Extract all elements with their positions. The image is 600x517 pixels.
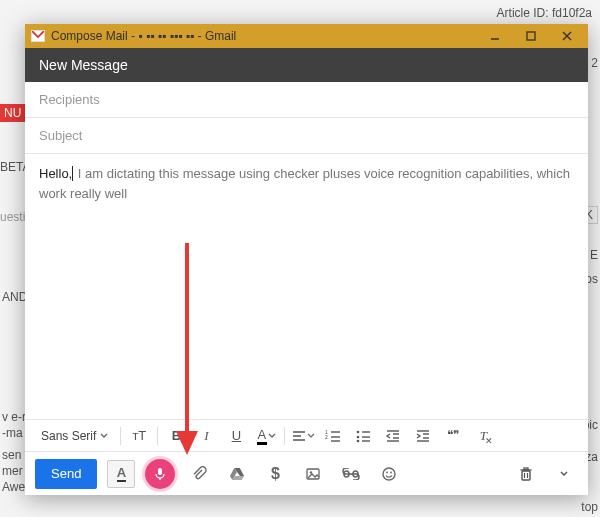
bg-sen: sen bbox=[2, 448, 21, 462]
italic-button[interactable]: I bbox=[194, 424, 218, 448]
chevron-down-icon bbox=[100, 429, 108, 443]
svg-point-14 bbox=[357, 439, 360, 442]
bg-top: top bbox=[581, 500, 598, 514]
bg-ma: -ma bbox=[2, 426, 23, 440]
formatting-toolbar: Sans Serif тT B I U A 12 bbox=[25, 419, 588, 451]
svg-rect-39 bbox=[522, 471, 530, 480]
compose-body[interactable]: Hello, I am dictating this message using… bbox=[25, 154, 588, 419]
svg-rect-1 bbox=[527, 32, 535, 40]
recipients-input[interactable] bbox=[39, 92, 574, 107]
attach-file-button[interactable] bbox=[185, 460, 213, 488]
svg-point-37 bbox=[386, 471, 388, 473]
quote-button[interactable]: ❝❞ bbox=[441, 424, 465, 448]
font-size-picker[interactable]: тT bbox=[127, 424, 151, 448]
svg-rect-41 bbox=[524, 468, 528, 470]
microphone-button[interactable] bbox=[145, 459, 175, 489]
body-dictated-text: I am dictating this message using checke… bbox=[39, 166, 570, 201]
recipients-row[interactable] bbox=[25, 82, 588, 118]
font-family-picker[interactable]: Sans Serif bbox=[35, 424, 114, 448]
svg-point-12 bbox=[357, 430, 360, 433]
bg-mer: mer bbox=[2, 464, 23, 478]
font-family-label: Sans Serif bbox=[41, 429, 96, 443]
text-color-button[interactable]: A bbox=[254, 424, 278, 448]
window-title: Compose Mail - ▪ ▪▪ ▪▪ ▪▪▪ ▪▪ - Gmail bbox=[51, 29, 236, 43]
bg-ver: v e-r bbox=[2, 410, 26, 424]
bulleted-list-button[interactable] bbox=[351, 424, 375, 448]
svg-point-36 bbox=[383, 468, 395, 480]
indent-less-button[interactable] bbox=[381, 424, 405, 448]
insert-emoji-button[interactable] bbox=[375, 460, 403, 488]
svg-text:2: 2 bbox=[325, 434, 328, 440]
insert-photo-button[interactable] bbox=[299, 460, 327, 488]
compose-header: New Message bbox=[25, 48, 588, 82]
subject-input[interactable] bbox=[39, 128, 574, 143]
svg-point-38 bbox=[390, 471, 392, 473]
remove-formatting-button[interactable]: T✕ bbox=[471, 424, 495, 448]
body-typed-text: Hello, bbox=[39, 166, 72, 181]
indent-more-button[interactable] bbox=[411, 424, 435, 448]
bold-button[interactable]: B bbox=[164, 424, 188, 448]
svg-rect-26 bbox=[158, 468, 162, 475]
insert-money-button[interactable]: $ bbox=[261, 460, 289, 488]
compose-action-bar: Send A $ bbox=[25, 451, 588, 495]
window-close-button[interactable] bbox=[552, 24, 582, 48]
bg-nu-badge: NU bbox=[0, 104, 25, 122]
align-button[interactable] bbox=[291, 424, 315, 448]
compose-header-title: New Message bbox=[39, 57, 128, 73]
compose-window: Compose Mail - ▪ ▪▪ ▪▪ ▪▪▪ ▪▪ - Gmail Ne… bbox=[25, 24, 588, 495]
window-minimize-button[interactable] bbox=[480, 24, 510, 48]
bg-article-id: Article ID: fd10f2a bbox=[497, 6, 592, 20]
underline-button[interactable]: U bbox=[224, 424, 248, 448]
numbered-list-button[interactable]: 12 bbox=[321, 424, 345, 448]
formatting-toggle-button[interactable]: A bbox=[107, 460, 135, 488]
subject-row[interactable] bbox=[25, 118, 588, 154]
bg-awe: Awe bbox=[2, 480, 25, 494]
more-options-button[interactable] bbox=[550, 460, 578, 488]
gmail-icon bbox=[31, 30, 45, 42]
window-titlebar[interactable]: Compose Mail - ▪ ▪▪ ▪▪ ▪▪▪ ▪▪ - Gmail bbox=[25, 24, 588, 48]
insert-drive-button[interactable] bbox=[223, 460, 251, 488]
insert-link-button[interactable] bbox=[337, 460, 365, 488]
discard-draft-button[interactable] bbox=[512, 460, 540, 488]
window-maximize-button[interactable] bbox=[516, 24, 546, 48]
svg-point-13 bbox=[357, 435, 360, 438]
send-button[interactable]: Send bbox=[35, 459, 97, 489]
